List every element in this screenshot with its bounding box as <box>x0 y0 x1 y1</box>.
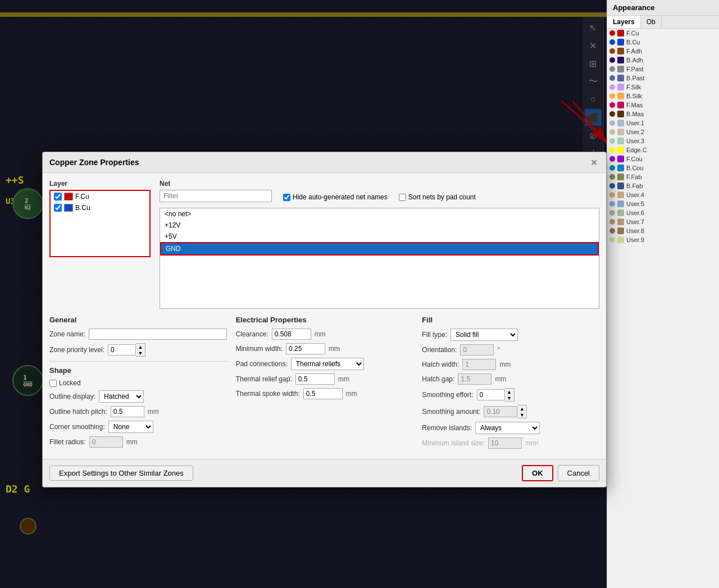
layer-list-item[interactable]: F.Adh <box>607 47 719 56</box>
layer-list-item[interactable]: B.Cou <box>607 163 719 172</box>
layer-name-text: User.8 <box>626 227 644 234</box>
divider-1 <box>49 361 227 362</box>
export-settings-button[interactable]: Export Settings to Other Similar Zones <box>49 466 193 481</box>
min-width-unit: mm <box>329 345 340 353</box>
fill-type-select[interactable]: Solid fill Hatched None <box>450 329 518 341</box>
layer-list-item[interactable]: User.5 <box>607 199 719 208</box>
layer-fcu-checkbox[interactable] <box>54 193 62 200</box>
locked-checkbox[interactable] <box>49 380 57 387</box>
layer-list-item[interactable]: B.Past <box>607 74 719 83</box>
zone-priority-input[interactable]: 0 <box>108 344 136 355</box>
layer-item-fcu[interactable]: F.Cu <box>51 191 149 202</box>
layer-list-item[interactable]: B.Mas <box>607 110 719 118</box>
layer-item-bcu[interactable]: B.Cu <box>51 202 149 213</box>
layer-list-item[interactable]: F.Fab <box>607 172 719 181</box>
fillet-radius-unit: mm <box>126 438 138 446</box>
net-item-12v[interactable]: +12V <box>160 220 599 231</box>
thermal-relief-gap-input[interactable]: 0.5 <box>295 373 335 385</box>
remove-islands-select[interactable]: Always Never Below area limit <box>475 422 540 434</box>
smoothing-amount-spin-btns: ▲ ▼ <box>517 405 527 418</box>
zone-priority-down[interactable]: ▼ <box>136 350 145 356</box>
locked-label: Locked <box>59 379 81 387</box>
tab-objects[interactable]: Ob <box>641 16 662 28</box>
layer-list-item[interactable]: B.Cu <box>607 38 719 47</box>
zone-priority-up[interactable]: ▲ <box>136 344 145 350</box>
layer-list-item[interactable]: B.Silk <box>607 92 719 101</box>
layer-name-text: B.Adh <box>626 57 643 63</box>
corner-smoothing-select[interactable]: None Chamfer Fillet <box>108 421 153 433</box>
layer-list-item[interactable]: User.9 <box>607 235 719 244</box>
copper-zone-dialog: Copper Zone Properties ✕ Layer F.Cu <box>42 152 607 487</box>
hatch-gap-input[interactable]: 1.5 <box>458 373 492 385</box>
layer-circle-indicator <box>609 93 615 99</box>
net-item-gnd[interactable]: GND <box>160 242 599 256</box>
layer-color-indicator <box>617 227 624 234</box>
min-width-input[interactable]: 0.25 <box>286 343 325 354</box>
layer-list-box[interactable]: F.Cu B.Cu <box>49 190 151 257</box>
locked-row: Locked <box>49 379 227 387</box>
layer-list-item[interactable]: F.Cou <box>607 154 719 163</box>
layer-list-item[interactable]: Edge.C <box>607 145 719 154</box>
layer-list-item[interactable]: User.8 <box>607 226 719 235</box>
layer-list-item[interactable]: User.6 <box>607 208 719 217</box>
smoothing-effort-up[interactable]: ▲ <box>505 389 514 395</box>
smoothing-effort-spin-btns: ▲ ▼ <box>505 388 515 402</box>
layer-list-item[interactable]: User.1 <box>607 118 719 127</box>
cancel-button[interactable]: Cancel <box>558 465 599 481</box>
layer-list-item[interactable]: F.Cu <box>607 29 719 38</box>
smoothing-amount-input[interactable]: 0.10 <box>484 406 517 417</box>
smoothing-amount-down[interactable]: ▼ <box>517 412 526 418</box>
pad-connections-select[interactable]: Thermal reliefs Solid None <box>291 358 364 370</box>
min-island-size-unit: mm² <box>525 439 539 447</box>
outline-hatch-pitch-input[interactable]: 0.5 <box>111 406 144 417</box>
net-filter-input[interactable] <box>160 190 272 202</box>
layer-circle-indicator <box>609 201 615 207</box>
orientation-input[interactable]: 0 <box>460 344 494 355</box>
outline-display-select[interactable]: Hatched Solid Invisible <box>99 390 144 403</box>
layer-list-item[interactable]: User.7 <box>607 217 719 226</box>
layer-circle-indicator <box>609 183 615 189</box>
tab-layers[interactable]: Layers <box>607 16 641 28</box>
net-item-5v[interactable]: +5V <box>160 231 599 242</box>
outline-display-row: Outline display: Hatched Solid Invisible <box>49 390 227 403</box>
net-item-nonet[interactable]: <no net> <box>160 208 599 220</box>
zone-name-input[interactable] <box>89 329 227 340</box>
fillet-radius-row: Fillet radius: 0 mm <box>49 436 227 448</box>
thermal-spoke-width-input[interactable]: 0.5 <box>303 388 343 399</box>
layer-list-item[interactable]: B.Adh <box>607 56 719 65</box>
hide-auto-gen-checkbox[interactable] <box>283 194 290 201</box>
smoothing-effort-label: Smoothing effort: <box>422 391 473 399</box>
layer-list-item[interactable]: F.Past <box>607 65 719 74</box>
layer-circle-indicator <box>609 174 615 180</box>
layer-bcu-checkbox[interactable] <box>54 204 62 212</box>
layer-list-item[interactable]: F.Mas <box>607 101 719 110</box>
hatch-width-input[interactable]: 1 <box>462 359 496 370</box>
close-button[interactable]: ✕ <box>588 157 599 168</box>
smoothing-effort-down[interactable]: ▼ <box>505 395 514 401</box>
layer-name-text: B.Past <box>626 75 644 81</box>
fill-group: Fill Fill type: Solid fill Hatched None … <box>422 316 599 452</box>
dialog-titlebar: Copper Zone Properties ✕ <box>43 152 606 173</box>
ok-button[interactable]: OK <box>522 465 553 481</box>
sort-by-pad-checkbox[interactable] <box>399 194 406 201</box>
layer-list-item[interactable]: F.Silk <box>607 83 719 92</box>
clearance-input[interactable]: 0.508 <box>272 329 311 340</box>
layer-name-text: User.1 <box>626 120 644 126</box>
layer-list-item[interactable]: B.Fab <box>607 181 719 190</box>
footer-right-buttons: OK Cancel <box>522 465 599 481</box>
pad-connections-label: Pad connections: <box>236 360 288 368</box>
thermal-spoke-width-unit: mm <box>346 390 357 398</box>
layer-list-item[interactable]: User.2 <box>607 127 719 136</box>
fillet-radius-input[interactable]: 0 <box>89 436 123 448</box>
layer-list-item[interactable]: User.4 <box>607 190 719 199</box>
layer-list: F.Cu B.Cu F.Adh B.Adh F.Past B.Past F.Si… <box>607 29 719 583</box>
smoothing-amount-up[interactable]: ▲ <box>517 405 526 412</box>
min-island-size-input[interactable]: 10 <box>488 437 522 449</box>
min-width-row: Minimum width: 0.25 mm <box>236 343 413 354</box>
net-list-box[interactable]: <no net> +12V +5V GND <box>160 208 599 309</box>
layer-list-item[interactable]: User.3 <box>607 136 719 145</box>
smoothing-effort-input[interactable]: 0 <box>477 389 505 400</box>
layer-color-indicator <box>617 57 624 63</box>
hatch-width-row: Hatch width: 1 mm <box>422 359 599 370</box>
smoothing-amount-row: Smoothing amount: 0.10 ▲ ▼ <box>422 405 599 418</box>
